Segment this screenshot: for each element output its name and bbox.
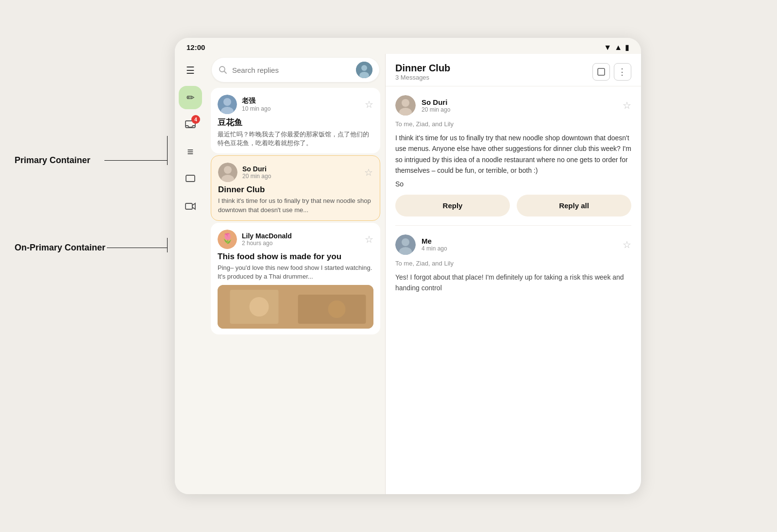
- msg-avatar-2: [395, 234, 416, 255]
- msg-avatar-1: [395, 95, 416, 116]
- wifi-icon: ▼: [604, 43, 611, 52]
- status-bar: 12:00 ▼ ▲ ▮: [175, 38, 641, 54]
- star-button-3[interactable]: ☆: [365, 233, 373, 245]
- email-meta-1: 老强 10 min ago: [242, 97, 360, 112]
- email-preview-3: Ping– you'd love this new food show I st…: [218, 264, 373, 281]
- detail-expand-button[interactable]: [592, 63, 610, 81]
- user-avatar-icon: [356, 62, 372, 78]
- device-frame: 12:00 ▼ ▲ ▮ ☰ ✏: [175, 38, 641, 494]
- email-time-1: 10 min ago: [242, 105, 360, 112]
- email-thumbnail-3: [218, 285, 373, 329]
- message-card-2: Me 4 min ago ☆ To me, Ziad, and Lily Yes…: [395, 226, 631, 299]
- msg-body-1: I think it's time for us to finally try …: [395, 133, 631, 176]
- sidebar-inbox-icon[interactable]: 4: [179, 113, 202, 136]
- search-avatar: [356, 62, 372, 78]
- sidebar-video-icon[interactable]: [179, 195, 202, 218]
- svg-line-4: [224, 71, 226, 73]
- more-dots-icon: ⋮: [618, 66, 627, 77]
- annotation-primary-label: Primary Container: [15, 155, 90, 166]
- status-icons: ▼ ▲ ▮: [604, 43, 629, 52]
- email-sender-2: So Duri: [242, 165, 359, 173]
- reply-all-button[interactable]: Reply all: [517, 195, 631, 216]
- email-sender-1: 老强: [242, 97, 360, 105]
- search-icon: [219, 66, 227, 74]
- page-wrapper: Primary Container On-Primary Container 1…: [0, 0, 777, 532]
- main-layout: ☰ ✏ 4 ≡: [175, 54, 641, 494]
- reply-button[interactable]: Reply: [395, 195, 510, 216]
- email-subject-2: Dinner Club: [218, 185, 373, 195]
- sidebar-menu-icon[interactable]: ☰: [179, 59, 202, 82]
- detail-header-icons: ⋮: [592, 63, 631, 81]
- svg-point-9: [223, 98, 231, 106]
- email-avatar-3: 🌷: [218, 230, 237, 249]
- email-items-list: 老强 10 min ago ☆ 豆花鱼 最近忙吗？昨晚我去了你最爱的那家饭馆，点…: [206, 86, 385, 494]
- svg-point-6: [361, 65, 367, 71]
- chat-svg-icon: [185, 173, 196, 185]
- star-button-2[interactable]: ☆: [364, 166, 373, 178]
- email-avatar-2: [218, 163, 237, 182]
- detail-header: Dinner Club 3 Messages ⋮: [386, 54, 641, 86]
- svg-point-3: [220, 66, 225, 72]
- inbox-badge: 4: [191, 115, 200, 124]
- msg-star-button-1[interactable]: ☆: [623, 100, 631, 111]
- hamburger-icon: ☰: [186, 65, 195, 76]
- email-sender-3: Lily MacDonald: [242, 232, 360, 240]
- star-button-1[interactable]: ☆: [365, 99, 373, 110]
- signal-icon: ▲: [614, 43, 622, 52]
- reply-actions: Reply Reply all: [395, 188, 631, 218]
- msg-meta-2: Me 4 min ago: [422, 237, 617, 252]
- svg-text:🌷: 🌷: [221, 233, 234, 244]
- svg-rect-2: [186, 203, 192, 209]
- svg-point-20: [328, 300, 346, 318]
- msg-body-2: Yes! I forgot about that place! I'm defi…: [395, 272, 631, 294]
- email-preview-2: I think it's time for us to finally try …: [218, 197, 373, 214]
- email-preview-1: 最近忙吗？昨晚我去了你最爱的那家饭馆，点了他们的特色豆花鱼，吃着吃着就想你了。: [218, 130, 373, 148]
- pencil-icon: ✏: [186, 92, 195, 103]
- annotation-primary-line-v: [167, 136, 168, 165]
- detail-panel: Dinner Club 3 Messages ⋮: [386, 54, 641, 494]
- email-time-2: 20 min ago: [242, 173, 359, 180]
- search-input[interactable]: [232, 66, 351, 74]
- detail-messages: So Duri 20 min ago ☆ To me, Ziad, and Li…: [386, 86, 641, 494]
- annotation-onprimary-line-v: [167, 238, 168, 252]
- email-item-2[interactable]: So Duri 20 min ago ☆ Dinner Club I think…: [211, 155, 380, 220]
- annotation-primary-line-h: [104, 160, 168, 161]
- sidebar: ☰ ✏ 4 ≡: [175, 54, 206, 494]
- search-bar[interactable]: [212, 58, 379, 82]
- msg-to-1: To me, Ziad, and Lily: [395, 120, 631, 128]
- email-avatar-1: [218, 95, 237, 114]
- msg-star-button-2[interactable]: ☆: [623, 239, 631, 250]
- sidebar-compose-icon[interactable]: ✏: [179, 86, 202, 109]
- detail-message-count: 3 Messages: [395, 74, 588, 81]
- email-subject-1: 豆花鱼: [218, 117, 373, 128]
- email-meta-2: So Duri 20 min ago: [242, 165, 359, 180]
- email-subject-3: This food show is made for you: [218, 252, 373, 262]
- email-item-3[interactable]: 🌷 Lily MacDonald 2 hours ago ☆ This food…: [211, 223, 380, 334]
- msg-sender-1: So Duri: [422, 98, 617, 106]
- sidebar-list-icon[interactable]: ≡: [179, 140, 202, 164]
- email-item-1[interactable]: 老强 10 min ago ☆ 豆花鱼 最近忙吗？昨晚我去了你最爱的那家饭馆，点…: [211, 88, 380, 153]
- annotation-onprimary-line-h: [107, 248, 168, 248]
- svg-rect-21: [598, 68, 605, 75]
- detail-title: Dinner Club: [395, 63, 588, 74]
- msg-time-2: 4 min ago: [422, 245, 617, 252]
- svg-point-18: [250, 297, 269, 316]
- message-card-1: So Duri 20 min ago ☆ To me, Ziad, and Li…: [395, 86, 631, 226]
- annotation-onprimary-label: On-Primary Container: [15, 243, 105, 253]
- email-time-3: 2 hours ago: [242, 240, 360, 247]
- list-icon: ≡: [187, 146, 194, 158]
- msg-signature-1: So: [395, 180, 631, 188]
- svg-point-23: [402, 99, 409, 107]
- msg-meta-1: So Duri 20 min ago: [422, 98, 617, 113]
- battery-icon: ▮: [625, 43, 629, 52]
- svg-point-26: [402, 238, 409, 246]
- email-list-panel: 老强 10 min ago ☆ 豆花鱼 最近忙吗？昨晚我去了你最爱的那家饭馆，点…: [206, 54, 386, 494]
- msg-sender-2: Me: [422, 237, 617, 245]
- svg-rect-1: [186, 175, 195, 182]
- svg-point-12: [224, 166, 232, 174]
- expand-icon: [597, 68, 605, 76]
- detail-more-button[interactable]: ⋮: [614, 63, 631, 81]
- msg-to-2: To me, Ziad, and Lily: [395, 260, 631, 267]
- sidebar-chat-icon[interactable]: [179, 167, 202, 191]
- detail-title-block: Dinner Club 3 Messages: [395, 63, 588, 81]
